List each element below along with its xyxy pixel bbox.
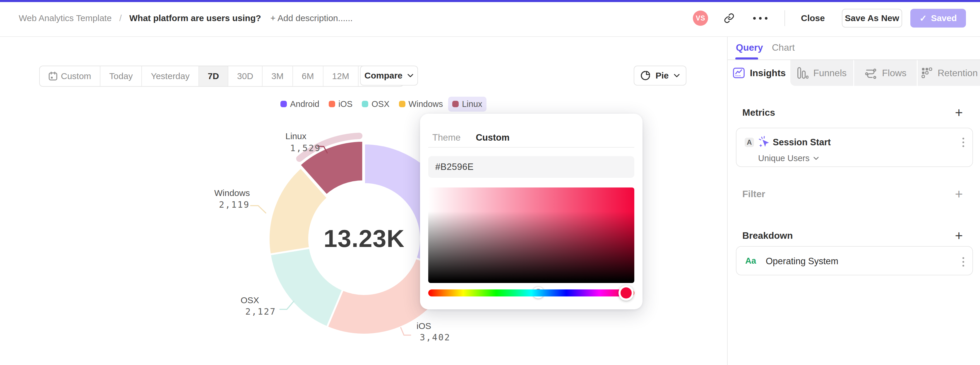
- chevron-down-icon: [813, 156, 819, 160]
- tab-chart[interactable]: Chart: [772, 42, 795, 53]
- hue-slider[interactable]: [428, 289, 634, 296]
- date-range-today[interactable]: Today: [100, 66, 142, 86]
- legend-item-linux[interactable]: Linux: [448, 97, 486, 112]
- event-sparkle-icon: [758, 136, 771, 149]
- callout-value-linux: 1,529: [290, 143, 321, 153]
- callout-line-windows: [251, 206, 266, 213]
- add-description-button[interactable]: + Add description......: [270, 13, 353, 23]
- app-header: Web Analytics Template / What platform a…: [0, 0, 980, 37]
- metric-menu-icon[interactable]: [963, 138, 964, 147]
- insights-icon: [732, 67, 745, 80]
- header-actions: VS Close Save As New ✓Saved: [693, 0, 966, 36]
- check-icon: ✓: [920, 13, 927, 24]
- retention-icon: [921, 67, 933, 80]
- add-breakdown-button[interactable]: +: [953, 230, 966, 241]
- filter-heading: Filter: [742, 189, 765, 199]
- more-options-icon[interactable]: [753, 17, 767, 20]
- legend-swatch: [452, 101, 459, 107]
- avatar[interactable]: VS: [693, 11, 708, 26]
- add-filter-button[interactable]: +: [953, 188, 966, 200]
- legend-swatch: [280, 101, 287, 107]
- legend-label: OSX: [371, 99, 389, 109]
- date-range-selector: CustomTodayYesterday7D30D3M6M12MXTD: [39, 65, 404, 87]
- flows-icon: [864, 67, 877, 80]
- legend-item-windows[interactable]: Windows: [395, 97, 447, 112]
- add-metric-button[interactable]: +: [953, 107, 966, 118]
- legend-label: Android: [290, 99, 319, 109]
- metric-card[interactable]: A Session Start Unique Users: [736, 128, 973, 167]
- callout-value-windows: 2,119: [219, 199, 250, 210]
- saturation-value-panel[interactable]: [428, 188, 634, 283]
- date-range-custom[interactable]: Custom: [40, 66, 100, 86]
- saved-button[interactable]: ✓Saved: [910, 9, 966, 27]
- chevron-down-icon: [673, 73, 680, 78]
- view-tab-flows[interactable]: Flows: [853, 60, 917, 86]
- top-accent-bar: [0, 0, 980, 2]
- hex-color-input[interactable]: #B2596E: [428, 156, 634, 178]
- callout-name-ios: iOS: [417, 321, 431, 331]
- legend-swatch: [329, 101, 335, 107]
- share-link-icon[interactable]: [724, 13, 734, 24]
- view-tab-funnels[interactable]: Funnels: [790, 60, 853, 86]
- legend-label: Windows: [409, 99, 443, 109]
- view-tab-strip: Funnels Flows: [790, 60, 980, 86]
- tab-query[interactable]: Query: [736, 42, 763, 53]
- breadcrumb: Web Analytics Template / What platform a…: [19, 0, 353, 36]
- callout-name-osx: OSX: [240, 295, 259, 305]
- breadcrumb-separator: /: [119, 13, 121, 23]
- pie-chart-icon: [640, 70, 651, 81]
- chart-legend: AndroidiOSOSXWindowsLinux: [276, 97, 487, 111]
- legend-swatch: [399, 101, 406, 107]
- compare-button[interactable]: Compare: [360, 65, 418, 86]
- close-button[interactable]: Close: [798, 13, 828, 23]
- funnels-icon: [797, 67, 808, 80]
- callout-name-linux: Linux: [285, 131, 307, 141]
- callout-name-windows: Windows: [214, 188, 250, 198]
- legend-item-android[interactable]: Android: [276, 97, 323, 112]
- metric-aggregation[interactable]: Unique Users: [758, 153, 819, 163]
- donut-total-value: 13.23K: [305, 225, 423, 253]
- page-title[interactable]: What platform are users using?: [129, 13, 261, 23]
- legend-item-ios[interactable]: iOS: [325, 97, 356, 112]
- metric-series-badge: A: [745, 138, 754, 147]
- color-picker-popup: Theme Custom #B2596E: [420, 114, 643, 309]
- header-divider: [784, 10, 785, 26]
- legend-label: Linux: [462, 99, 482, 109]
- chevron-down-icon: [407, 73, 414, 78]
- date-range-6m[interactable]: 6M: [293, 66, 323, 86]
- date-range-7d[interactable]: 7D: [199, 66, 228, 86]
- picker-divider: [428, 147, 634, 148]
- breakdown-card[interactable]: Aa Operating System: [736, 246, 973, 275]
- callout-value-osx: 2,127: [245, 306, 276, 317]
- string-property-icon: Aa: [745, 256, 756, 266]
- breakdown-menu-icon[interactable]: [963, 257, 964, 266]
- legend-swatch: [362, 101, 368, 107]
- callout-value-ios: 3,402: [420, 332, 450, 343]
- metrics-heading: Metrics: [742, 107, 775, 118]
- view-tab-insights[interactable]: Insights: [728, 60, 790, 86]
- date-range-yesterday[interactable]: Yesterday: [142, 66, 199, 86]
- view-tab-retention[interactable]: Retention: [917, 60, 980, 86]
- save-as-new-button[interactable]: Save As New: [842, 9, 902, 27]
- breakdown-heading: Breakdown: [742, 230, 793, 241]
- calendar-icon: [49, 72, 57, 81]
- color-picker-tabs: Theme Custom: [432, 132, 510, 143]
- breakdown-property-name[interactable]: Operating System: [766, 256, 838, 266]
- query-sidebar: Query Chart Insights Funnels: [727, 37, 980, 365]
- legend-item-osx[interactable]: OSX: [358, 97, 393, 112]
- tab-theme[interactable]: Theme: [432, 132, 460, 143]
- breadcrumb-project[interactable]: Web Analytics Template: [19, 13, 111, 23]
- date-range-12m[interactable]: 12M: [323, 66, 359, 86]
- callout-line-ios: [401, 327, 410, 335]
- metric-event-name[interactable]: Session Start: [773, 137, 831, 148]
- hue-slider-handle[interactable]: [619, 285, 634, 301]
- date-range-30d[interactable]: 30D: [228, 66, 262, 86]
- tab-custom[interactable]: Custom: [476, 132, 509, 143]
- chart-type-button[interactable]: Pie: [634, 65, 686, 86]
- date-range-3m[interactable]: 3M: [262, 66, 293, 86]
- donut-slice-osx[interactable]: [270, 248, 343, 327]
- legend-label: iOS: [338, 99, 352, 109]
